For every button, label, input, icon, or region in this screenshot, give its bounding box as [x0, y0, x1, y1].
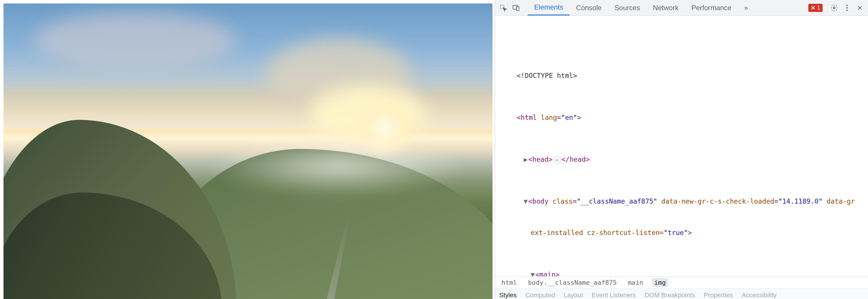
crumb-html[interactable]: html	[499, 278, 519, 287]
tab-sources[interactable]: Sources	[608, 0, 647, 15]
svg-point-6	[846, 10, 848, 11]
dom-breadcrumb: html body.__className_aaf875 main img	[495, 276, 868, 289]
dom-node-head[interactable]: ▶<head>⋯</head>	[504, 154, 868, 165]
tab-performance[interactable]: Performance	[685, 0, 738, 15]
page-viewport	[0, 0, 495, 299]
svg-rect-2	[516, 6, 519, 10]
svg-point-5	[846, 7, 848, 8]
styles-tab-properties[interactable]: Properties	[704, 292, 733, 299]
error-x-icon: ✕	[811, 4, 816, 11]
styles-tab-computed[interactable]: Computed	[525, 292, 555, 299]
crumb-body[interactable]: body.__className_aaf875	[526, 278, 619, 287]
styles-tab-accessibility[interactable]: Accessibility	[742, 292, 777, 299]
tab-network[interactable]: Network	[647, 0, 685, 15]
crumb-main[interactable]: main	[625, 278, 646, 287]
crumb-img[interactable]: img	[652, 278, 668, 287]
styles-tabbar: Styles Computed Layout Event Listeners D…	[495, 289, 868, 299]
settings-gear-icon[interactable]	[828, 1, 841, 14]
dom-node-main[interactable]: ▼<main>	[504, 269, 868, 276]
dom-node-body[interactable]: ▼<body class="__className_aaf875" data-n…	[504, 196, 868, 206]
styles-tab-eventlisteners[interactable]: Event Listeners	[592, 292, 636, 299]
tab-console[interactable]: Console	[570, 0, 608, 15]
tab-elements[interactable]: Elements	[528, 0, 570, 15]
devtools-panel: Elements Console Sources Network Perform…	[495, 0, 868, 299]
close-devtools-icon[interactable]: ×	[854, 1, 866, 14]
error-count-badge[interactable]: ✕ 1	[808, 4, 823, 12]
styles-tab-dombreakpoints[interactable]: DOM Breakpoints	[645, 292, 695, 299]
inspect-icon[interactable]	[497, 1, 510, 14]
kebab-menu-icon[interactable]	[841, 1, 854, 14]
nature-image	[3, 3, 493, 299]
styles-tab-layout[interactable]: Layout	[563, 292, 583, 299]
tab-more[interactable]: »	[738, 0, 754, 15]
svg-point-3	[833, 7, 835, 9]
dom-node-doctype[interactable]: <!DOCTYPE html>	[504, 70, 868, 81]
dom-tree[interactable]: <!DOCTYPE html> <html lang="en"> ▶<head>…	[495, 16, 868, 276]
dom-node-html[interactable]: <html lang="en">	[504, 112, 868, 123]
device-toggle-icon[interactable]	[510, 1, 523, 14]
error-count: 1	[817, 4, 820, 11]
devtools-tabbar: Elements Console Sources Network Perform…	[495, 0, 868, 16]
styles-tab-styles[interactable]: Styles	[499, 292, 517, 299]
svg-point-4	[846, 4, 848, 6]
dom-node-body-cont[interactable]: ext-installed cz-shortcut-listen="true">	[504, 228, 868, 238]
